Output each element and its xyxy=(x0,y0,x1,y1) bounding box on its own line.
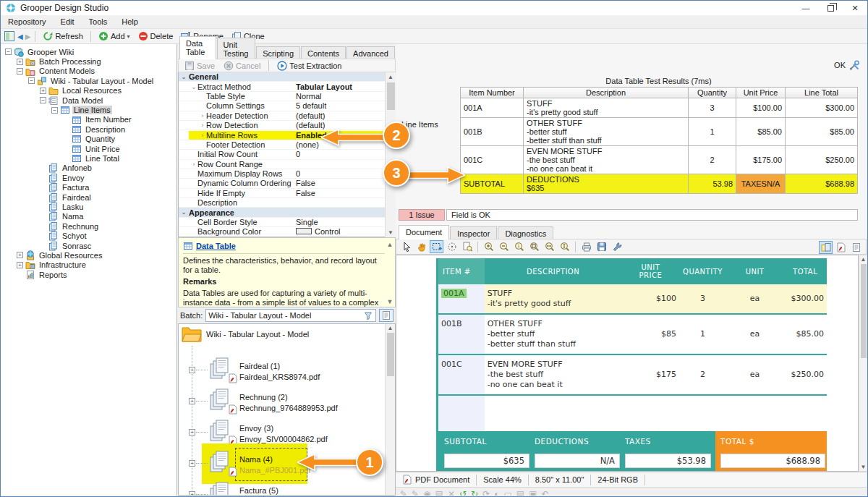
cell-line-total[interactable]: $250.00 xyxy=(786,146,858,174)
cell-item-number[interactable]: SUBTOTAL xyxy=(461,174,524,194)
batch-tree-scrollbar[interactable]: ▲ xyxy=(385,324,395,495)
batch-expander[interactable]: + xyxy=(189,429,195,436)
zoom-out-button[interactable] xyxy=(497,240,511,253)
tree-expander[interactable]: − xyxy=(17,68,23,75)
property-value[interactable]: 0 xyxy=(294,169,395,178)
tree-expander[interactable]: + xyxy=(17,59,23,65)
zoom-width-button[interactable] xyxy=(542,240,556,253)
text-view-button[interactable] xyxy=(849,241,863,254)
menu-help[interactable]: Help xyxy=(114,16,145,27)
results-row-subtotal[interactable]: SUBTOTALDEDUCTIONS$63553.98TAXESN/A$688.… xyxy=(461,174,858,194)
property-value[interactable]: (default) xyxy=(294,111,395,120)
tree-expander[interactable]: − xyxy=(28,77,35,84)
batch-item-rechnung-2-[interactable]: +Rechnung (2)Rechnung_9764889953.pdf xyxy=(179,387,395,418)
tree-expander[interactable]: − xyxy=(51,107,58,114)
results-column-header[interactable]: Quantity xyxy=(689,88,736,98)
results-column-header[interactable]: Item Number xyxy=(461,88,524,98)
tree-item-sonrasc[interactable]: Sonrasc xyxy=(1,241,176,250)
close-button[interactable]: ✕ xyxy=(843,1,867,15)
cell-description[interactable]: DEDUCTIONS$635 xyxy=(524,174,689,194)
tree-item-reports[interactable]: Reports xyxy=(1,270,176,279)
restore-button[interactable] xyxy=(818,1,843,15)
add-button[interactable]: Add▾ xyxy=(95,30,133,42)
tree-item-global-resources[interactable]: +Global Resources xyxy=(1,250,176,260)
layers-icon[interactable]: ▤ xyxy=(435,489,443,496)
tab-document[interactable]: Document xyxy=(399,225,449,239)
results-column-header[interactable]: Unit Price xyxy=(736,88,786,98)
property-grid-scrollbar[interactable]: ▲ ▼ xyxy=(385,72,396,237)
cell-item-number[interactable]: 001A xyxy=(461,98,524,118)
list-view-icon[interactable]: ▤ xyxy=(516,489,524,496)
menu-edit[interactable]: Edit xyxy=(54,16,82,27)
delete-page-icon[interactable]: ✕ xyxy=(448,489,455,496)
zoom-actual-button[interactable]: 1 xyxy=(512,240,526,253)
thumbnails-toggle[interactable] xyxy=(819,241,833,254)
help-title-link[interactable]: Data Table xyxy=(196,242,236,250)
tree-item-data-model[interactable]: −Data Model xyxy=(1,95,176,105)
results-row-001a[interactable]: 001ASTUFF-it's pretty good stuff3$100.00… xyxy=(461,98,858,118)
property-value[interactable]: Single xyxy=(294,218,395,226)
property-row-background-color[interactable]: Background ColorControl xyxy=(179,227,395,237)
cell-item-number[interactable]: 001C xyxy=(461,146,524,174)
pan-tool[interactable] xyxy=(414,240,428,253)
rotate-right-icon[interactable]: ↻ xyxy=(471,489,478,496)
property-category-general[interactable]: ⌄General xyxy=(179,72,395,82)
tree-item-batch-processing[interactable]: +Batch Processing xyxy=(1,56,176,66)
panel-view-icon[interactable]: ▣ xyxy=(529,489,537,496)
tree-item-local-resources[interactable]: +Local Resources xyxy=(1,86,176,95)
tree-item-unit-price[interactable]: Unit Price xyxy=(1,144,176,153)
region-select-tool[interactable] xyxy=(430,240,443,253)
tree-item-factura[interactable]: Factura xyxy=(1,182,176,192)
cell-line-total[interactable]: $300.00 xyxy=(786,98,858,118)
tab-unit-testing[interactable]: Unit Testing xyxy=(217,38,256,59)
tree-item-wiki-tabular-layout-model[interactable]: −Wiki - Tabular Layout - Model xyxy=(1,76,176,85)
document-viewer[interactable]: ITEM #DESCRIPTIONUNITPRICEQUANTITYUNITTO… xyxy=(396,255,859,472)
tree-item-fairdeal[interactable]: Fairdeal xyxy=(1,192,176,202)
tree-item-envoy[interactable]: Envoy xyxy=(1,173,176,182)
issue-badge[interactable]: 1 Issue xyxy=(399,209,445,221)
refresh-page-icon[interactable]: ⟳ xyxy=(482,489,490,496)
save-image-button[interactable] xyxy=(595,240,608,253)
cell-line-total[interactable]: $85.00 xyxy=(786,118,858,146)
results-row-001b[interactable]: 001BOTHER STUFF-better stuff-better stuf… xyxy=(461,118,858,146)
property-row-description[interactable]: Description xyxy=(179,198,395,208)
property-row-cell-border-style[interactable]: Cell Border StyleSingle xyxy=(179,218,395,227)
tree-item-grooper-wiki[interactable]: −Grooper Wiki xyxy=(1,47,176,56)
crop-icon[interactable]: ▭ xyxy=(503,489,511,496)
delete-button[interactable]: Delete xyxy=(135,30,176,42)
tree-item-line-items[interactable]: −Line Items xyxy=(1,105,176,114)
cell-description[interactable]: OTHER STUFF-better stuff-better stuff th… xyxy=(524,118,689,146)
property-row-header-detection[interactable]: ›Header Detection(default) xyxy=(179,111,395,121)
tree-expander[interactable]: + xyxy=(17,252,23,258)
cell-quantity[interactable]: 53.98 xyxy=(689,174,736,194)
tree-item-line-total[interactable]: Line Total xyxy=(1,153,176,163)
property-row-hide-if-empty[interactable]: Hide If EmptyFalse xyxy=(179,189,395,198)
print-button[interactable] xyxy=(579,240,593,253)
minimize-button[interactable]: — xyxy=(793,1,818,15)
cell-unit-price[interactable]: $100.00 xyxy=(736,98,786,118)
tree-item-rechnung[interactable]: Rechnung xyxy=(1,221,176,231)
tree-item-infrastructure[interactable]: +Infrastructure xyxy=(1,260,176,270)
cell-quantity[interactable]: 2 xyxy=(689,146,736,174)
contrast-icon[interactable]: ◐ xyxy=(494,489,499,496)
results-column-header[interactable]: Description xyxy=(524,88,689,98)
tab-advanced[interactable]: Advanced xyxy=(346,46,395,59)
zoom-fit-button[interactable] xyxy=(527,240,541,253)
results-row-001c[interactable]: 001CEVEN MORE STUFF-the best stuff-no on… xyxy=(461,146,858,174)
tree-item-nama[interactable]: Nama xyxy=(1,212,176,221)
cell-quantity[interactable]: 3 xyxy=(689,98,736,118)
property-category-appearance[interactable]: ⌄Appearance xyxy=(179,208,395,217)
batch-expander[interactable]: + xyxy=(189,367,195,373)
pointer-tool[interactable] xyxy=(399,240,413,253)
zoom-height-button[interactable] xyxy=(558,240,571,253)
batch-combo[interactable]: Wiki - Tabular Layout - Model xyxy=(205,309,376,322)
rotate-left-icon[interactable]: ↺ xyxy=(459,489,467,496)
batch-expander[interactable]: + xyxy=(189,398,195,404)
tree-expander[interactable]: − xyxy=(5,48,12,55)
tree-expander[interactable]: + xyxy=(40,88,46,94)
tree-item-description[interactable]: Description xyxy=(1,124,176,134)
mark-icon[interactable]: ◉ xyxy=(423,489,430,496)
tree-item-anfoneb[interactable]: Anfoneb xyxy=(1,163,176,173)
cell-unit-price[interactable]: $85.00 xyxy=(736,118,786,146)
nav-panel-icon[interactable] xyxy=(4,30,15,42)
